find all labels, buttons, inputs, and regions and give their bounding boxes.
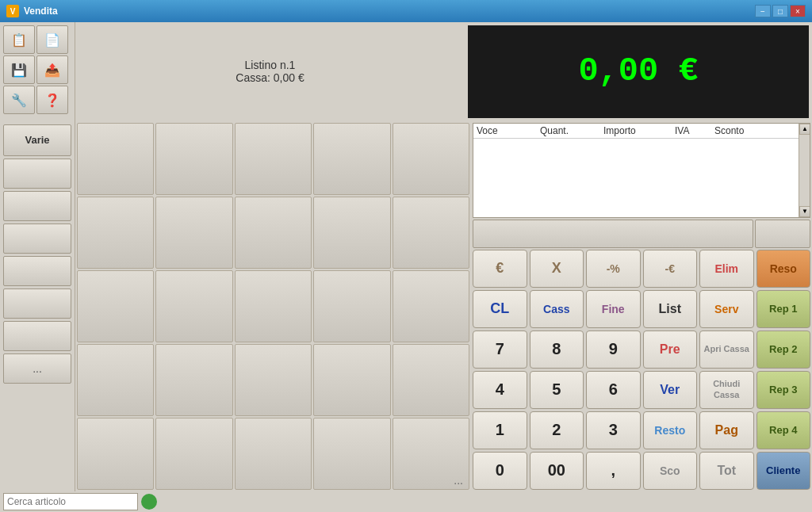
right-panel: Voce Quant. Importo IVA Sconto ▲ ▼ — [471, 121, 812, 491]
side-button-6[interactable] — [3, 321, 71, 351]
amount-display — [473, 220, 753, 248]
five-key[interactable]: 5 — [530, 371, 584, 409]
product-cell-14[interactable] — [313, 270, 390, 342]
minimize-button[interactable]: − — [755, 5, 771, 17]
product-cell-23[interactable] — [235, 418, 312, 490]
middle-area: Varie ... — [0, 121, 812, 491]
side-button-2[interactable] — [3, 191, 71, 221]
double-zero-key[interactable]: 00 — [530, 452, 584, 490]
product-cell-24[interactable] — [313, 418, 390, 490]
chiudi-cassa-key[interactable]: Chiudi Cassa — [699, 371, 754, 409]
side-button-3[interactable] — [3, 224, 71, 254]
receipt-scrollbar[interactable]: ▲ ▼ — [799, 124, 810, 217]
save-button[interactable]: 💾 — [3, 55, 35, 84]
product-cell-11[interactable] — [77, 270, 154, 342]
product-cell-19[interactable] — [313, 344, 390, 416]
app-title: Vendita — [24, 6, 58, 17]
product-cell-12[interactable] — [155, 270, 232, 342]
reso-key[interactable]: Reso — [756, 250, 811, 288]
cliente-key[interactable]: Cliente — [756, 452, 811, 490]
nine-key[interactable]: 9 — [586, 331, 641, 369]
product-cell-22[interactable] — [155, 418, 232, 490]
maximize-button[interactable]: □ — [772, 5, 788, 17]
product-cell-1[interactable] — [77, 123, 154, 195]
apri-cassa-key[interactable]: Apri Cassa — [699, 331, 754, 369]
help-button[interactable]: ❓ — [36, 86, 68, 114]
col-sconto: Sconto — [714, 125, 770, 136]
product-cell-17[interactable] — [155, 344, 232, 416]
product-cell-4[interactable] — [313, 123, 390, 195]
product-cell-15[interactable] — [393, 270, 469, 342]
keypad: € X -% -€ Elim Reso CL Cass Fine List Se… — [473, 250, 810, 490]
fine-key[interactable]: Fine — [586, 290, 641, 328]
six-key[interactable]: 6 — [586, 371, 641, 409]
paste-button[interactable]: 📄 — [36, 25, 68, 54]
euro-key[interactable]: € — [473, 250, 527, 288]
listino-label: Listino n.1 — [245, 59, 296, 71]
three-key[interactable]: 3 — [586, 411, 641, 449]
rep3-key[interactable]: Rep 3 — [756, 371, 811, 409]
search-input[interactable] — [3, 493, 138, 510]
rep4-key[interactable]: Rep 4 — [756, 411, 811, 449]
close-button[interactable]: × — [790, 5, 806, 17]
cl-key[interactable]: CL — [473, 290, 527, 328]
col-iva: IVA — [675, 125, 714, 136]
minus-euro-key[interactable]: -€ — [643, 250, 698, 288]
resto-key[interactable]: Resto — [643, 411, 698, 449]
four-key[interactable]: 4 — [473, 371, 527, 409]
amount-extra — [755, 220, 810, 248]
more-button[interactable]: ... — [3, 353, 71, 384]
product-cell-13[interactable] — [235, 270, 312, 342]
side-button-1[interactable] — [3, 159, 71, 189]
two-key[interactable]: 2 — [530, 411, 584, 449]
search-go-button[interactable] — [141, 494, 157, 510]
toolbar-row-2: 💾 📤 — [3, 55, 71, 84]
product-cell-20[interactable] — [393, 344, 469, 416]
zero-key[interactable]: 0 — [473, 452, 527, 490]
settings-button[interactable]: 🔧 — [3, 86, 35, 114]
product-cell-16[interactable] — [77, 344, 154, 416]
seven-key[interactable]: 7 — [473, 331, 527, 369]
multiply-key[interactable]: X — [530, 250, 584, 288]
product-cell-21[interactable] — [77, 418, 154, 490]
ver-key[interactable]: Ver — [643, 371, 698, 409]
product-cell-8[interactable] — [235, 197, 312, 269]
product-cell-2[interactable] — [155, 123, 232, 195]
comma-key[interactable]: , — [586, 452, 641, 490]
receipt-scroll-up[interactable]: ▲ — [799, 124, 810, 135]
list-key[interactable]: List — [643, 290, 698, 328]
product-cell-6[interactable] — [77, 197, 154, 269]
title-bar: V Vendita − □ × — [0, 0, 812, 22]
main-window: 📋 📄 💾 📤 🔧 ❓ Listino n.1 Cassa: 0,00 € 0,… — [0, 22, 812, 512]
product-cell-7[interactable] — [155, 197, 232, 269]
sco-key[interactable]: Sco — [643, 452, 698, 490]
pre-key[interactable]: Pre — [643, 331, 698, 369]
receipt-scroll-down[interactable]: ▼ — [799, 206, 810, 217]
products-more-label: ... — [454, 474, 463, 487]
serv-key[interactable]: Serv — [699, 290, 754, 328]
title-bar-left: V Vendita — [6, 5, 58, 17]
export-button[interactable]: 📤 — [36, 55, 68, 84]
copy-button[interactable]: 📋 — [3, 25, 35, 54]
product-cell-10[interactable] — [393, 197, 469, 269]
top-area: 📋 📄 💾 📤 🔧 ❓ Listino n.1 Cassa: 0,00 € 0,… — [0, 22, 812, 121]
pag-key[interactable]: Pag — [699, 411, 754, 449]
side-button-4[interactable] — [3, 256, 71, 286]
side-button-5[interactable] — [3, 288, 71, 319]
product-cell-3[interactable] — [235, 123, 312, 195]
one-key[interactable]: 1 — [473, 411, 527, 449]
elim-key[interactable]: Elim — [699, 250, 754, 288]
eight-key[interactable]: 8 — [530, 331, 584, 369]
percent-key[interactable]: -% — [586, 250, 641, 288]
cass-key[interactable]: Cass — [530, 290, 584, 328]
varie-button[interactable]: Varie — [3, 124, 71, 156]
product-cell-18[interactable] — [235, 344, 312, 416]
tot-key[interactable]: Tot — [699, 452, 754, 490]
rep1-key[interactable]: Rep 1 — [756, 290, 811, 328]
toolbar-row-3: 🔧 ❓ — [3, 86, 71, 114]
product-cell-9[interactable] — [313, 197, 390, 269]
col-quant: Quant. — [540, 125, 603, 136]
col-importo: Importo — [603, 125, 675, 136]
product-cell-5[interactable] — [393, 123, 469, 195]
rep2-key[interactable]: Rep 2 — [756, 331, 811, 369]
